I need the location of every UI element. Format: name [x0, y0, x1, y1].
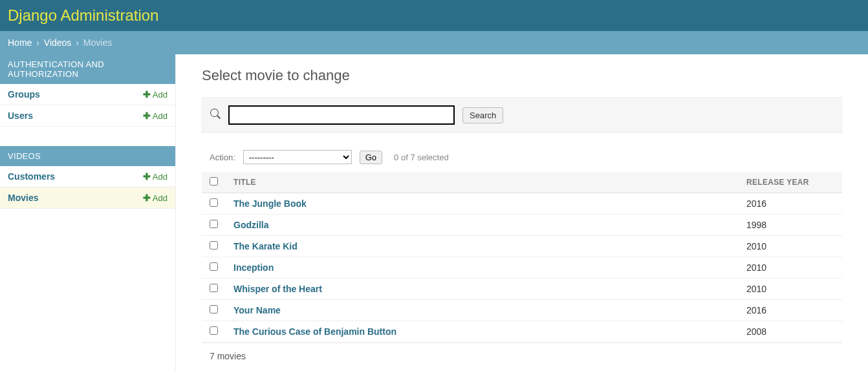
sidebar-item-label: Users — [8, 111, 33, 121]
sidebar-item-label: Movies — [8, 193, 38, 203]
plus-icon: ✚ — [143, 193, 151, 203]
movie-link[interactable]: The Curious Case of Benjamin Button — [233, 326, 396, 337]
breadcrumb-home[interactable]: Home — [8, 37, 32, 48]
sidebar-item-movies[interactable]: Movies ✚ Add — [0, 187, 175, 209]
breadcrumb-videos[interactable]: Videos — [44, 37, 72, 48]
search-icon — [210, 109, 221, 122]
header: Django Administration — [0, 0, 868, 31]
movie-year: 1998 — [739, 215, 842, 236]
table-row: The Jungle Book2016 — [202, 193, 842, 215]
action-select[interactable]: --------- — [243, 150, 352, 164]
movie-link[interactable]: The Jungle Book — [233, 198, 307, 209]
add-groups-link[interactable]: ✚ Add — [143, 89, 168, 100]
sidebar-section-videos: VIDEOS Customers ✚ Add Movies ✚ Add — [0, 146, 175, 209]
search-bar: Search — [202, 97, 842, 133]
movie-link[interactable]: Your Name — [233, 305, 281, 315]
movie-link[interactable]: Godzilla — [233, 220, 268, 230]
add-customers-link[interactable]: ✚ Add — [143, 171, 168, 182]
movie-year: 2016 — [739, 193, 842, 215]
sidebar-item-groups[interactable]: Groups ✚ Add — [0, 84, 175, 105]
search-button[interactable]: Search — [462, 107, 503, 123]
row-checkbox[interactable] — [210, 284, 218, 292]
table-row: The Karate Kid2010 — [202, 236, 842, 257]
add-movies-link[interactable]: ✚ Add — [143, 193, 168, 203]
sidebar-item-customers[interactable]: Customers ✚ Add — [0, 166, 175, 187]
plus-icon: ✚ — [143, 171, 151, 182]
add-users-link[interactable]: ✚ Add — [143, 111, 168, 121]
go-button[interactable]: Go — [360, 151, 382, 164]
table-row: Whisper of the Heart2010 — [202, 279, 842, 300]
col-title[interactable]: TITLE — [226, 172, 739, 193]
movie-link[interactable]: Inception — [233, 262, 274, 273]
breadcrumb-sep: › — [76, 37, 79, 48]
row-checkbox[interactable] — [210, 326, 218, 335]
movie-year: 2016 — [739, 300, 842, 321]
movie-link[interactable]: Whisper of the Heart — [233, 284, 322, 294]
table-row: Inception2010 — [202, 257, 842, 279]
section-header-auth: AUTHENTICATION AND AUTHORIZATION — [0, 54, 175, 84]
actions-row: Action: --------- Go 0 of 7 selected — [202, 146, 842, 168]
results-table: TITLE RELEASE YEAR The Jungle Book2016Go… — [202, 172, 842, 343]
movie-link[interactable]: The Karate Kid — [233, 241, 298, 251]
plus-icon: ✚ — [143, 89, 151, 100]
movie-year: 2008 — [739, 321, 842, 343]
select-all-checkbox[interactable] — [210, 177, 218, 186]
movie-year: 2010 — [739, 279, 842, 300]
movie-year: 2010 — [739, 257, 842, 279]
add-label: Add — [153, 90, 168, 100]
sidebar: AUTHENTICATION AND AUTHORIZATION Groups … — [0, 54, 176, 371]
row-checkbox[interactable] — [210, 241, 218, 249]
breadcrumb-sep: › — [36, 37, 39, 48]
search-input[interactable] — [228, 105, 455, 125]
action-label: Action: — [210, 153, 235, 162]
table-row: The Curious Case of Benjamin Button2008 — [202, 321, 842, 343]
section-header-videos: VIDEOS — [0, 146, 175, 166]
table-row: Your Name2016 — [202, 300, 842, 321]
sidebar-item-label: Groups — [8, 89, 40, 100]
result-count: 7 movies — [202, 343, 842, 369]
row-checkbox[interactable] — [210, 220, 218, 228]
plus-icon: ✚ — [143, 111, 151, 121]
breadcrumbs: Home › Videos › Movies — [0, 31, 868, 54]
site-title: Django Administration — [8, 6, 158, 24]
add-label: Add — [153, 172, 168, 182]
table-row: Godzilla1998 — [202, 215, 842, 236]
sidebar-item-users[interactable]: Users ✚ Add — [0, 105, 175, 127]
row-checkbox[interactable] — [210, 198, 218, 207]
selection-count: 0 of 7 selected — [394, 153, 449, 162]
row-checkbox[interactable] — [210, 262, 218, 271]
breadcrumb-current: Movies — [83, 37, 112, 48]
add-label: Add — [153, 193, 168, 203]
row-checkbox[interactable] — [210, 305, 218, 313]
col-year[interactable]: RELEASE YEAR — [739, 172, 842, 193]
sidebar-item-label: Customers — [8, 171, 55, 182]
movie-year: 2010 — [739, 236, 842, 257]
main-content: Select movie to change Search Action: --… — [176, 54, 868, 371]
page-title: Select movie to change — [202, 67, 842, 84]
sidebar-section-auth: AUTHENTICATION AND AUTHORIZATION Groups … — [0, 54, 175, 127]
add-label: Add — [153, 111, 168, 121]
